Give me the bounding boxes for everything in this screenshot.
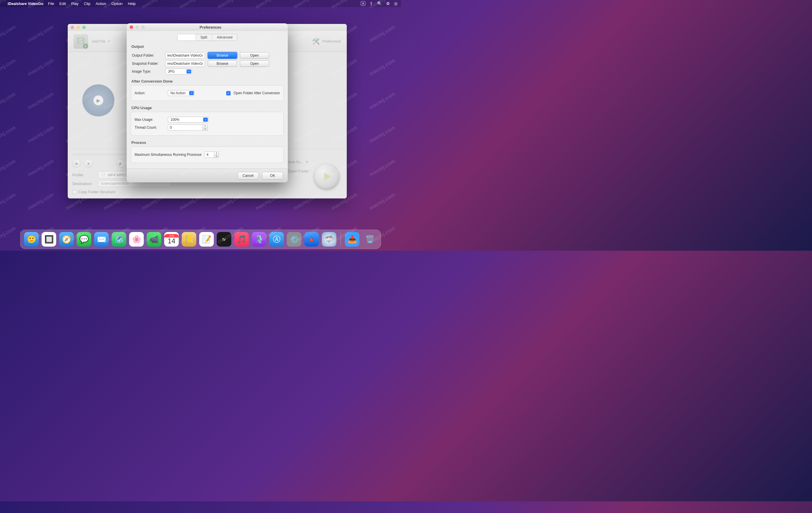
trash-icon[interactable]: 🗑️ — [362, 232, 377, 247]
action-select[interactable]: No Action — [168, 90, 195, 96]
cancel-button[interactable]: Cancel — [238, 172, 259, 179]
watermark: macmj.com — [368, 125, 396, 145]
watermark: macmj.com — [0, 158, 17, 178]
cpu-section: Max Usage: 100% Thread Count: ▲▼ — [131, 112, 284, 136]
podcasts-icon[interactable]: 🎙️ — [252, 232, 266, 247]
preferences-window: Preferences Split Advanced Output Output… — [127, 23, 288, 182]
safari-icon[interactable]: 🧭 — [59, 232, 74, 247]
menu-play[interactable]: Play — [71, 1, 79, 6]
watermark: macmj.com — [0, 24, 17, 44]
max-usage-label: Max Usage: — [135, 118, 165, 122]
watermark: macmj.com — [27, 58, 55, 77]
downloads-icon[interactable]: 📥 — [345, 232, 359, 247]
watermark: macmj.com — [368, 24, 396, 44]
action-value: No Action — [168, 90, 195, 96]
watermark: macmj.com — [368, 58, 396, 77]
prefs-titlebar: Preferences — [127, 23, 288, 31]
maps-icon[interactable]: 🗺️ — [112, 232, 126, 247]
menu-help[interactable]: Help — [128, 1, 136, 6]
dock-separator — [341, 233, 341, 246]
snapshot-folder-field[interactable] — [165, 60, 205, 67]
watermark: macmj.com — [27, 91, 55, 111]
menu-action[interactable]: Action — [96, 1, 106, 6]
image-type-select[interactable]: JPG — [165, 68, 192, 74]
menu-file[interactable]: File — [48, 1, 54, 6]
watermark: macmj.com — [0, 91, 17, 111]
tab-advanced[interactable]: Advanced — [212, 34, 237, 40]
output-folder-label: Output Folder: — [132, 53, 162, 58]
contacts-icon[interactable]: 📒 — [182, 232, 197, 247]
spotlight-icon[interactable]: 🔍 — [377, 1, 382, 6]
ok-button[interactable]: OK — [262, 172, 283, 179]
image-type-value: JPG — [165, 68, 192, 74]
snapshot-open-button[interactable]: Open — [240, 60, 269, 67]
prefs-title: Preferences — [147, 25, 288, 29]
menu-edit[interactable]: Edit — [60, 1, 66, 6]
action-label: Action: — [135, 91, 165, 95]
appstore-icon[interactable]: Ⓐ — [269, 232, 284, 247]
open-folder-after-label: Open Folder After Conversion — [233, 91, 280, 95]
launchpad-icon[interactable]: 🔲 — [42, 232, 56, 247]
music-icon[interactable]: 🎵 — [234, 232, 249, 247]
snapshot-browse-button[interactable]: Browse — [208, 60, 237, 67]
watermark: macmj.com — [368, 91, 396, 111]
output-section: Output Folder: Browse Open Snapshot Fold… — [131, 52, 284, 74]
watermark: macmj.com — [27, 24, 55, 44]
input-source-icon[interactable]: A — [361, 1, 366, 6]
prefs-close-button[interactable] — [129, 25, 133, 29]
mail-icon[interactable]: ✉️ — [94, 232, 109, 247]
watermark: macmj.com — [27, 192, 55, 212]
idealshare-icon[interactable]: 🦈 — [322, 232, 337, 247]
calendar-icon[interactable]: JAN 14 — [164, 232, 179, 247]
facetime-icon[interactable]: 📹 — [147, 232, 162, 247]
output-browse-button[interactable]: Browse — [208, 52, 237, 59]
prefs-minimize-button — [136, 25, 139, 29]
max-proc-stepper-buttons[interactable]: ▲▼ — [214, 151, 219, 158]
tv-icon[interactable]: tv — [217, 232, 231, 247]
thread-stepper-buttons[interactable]: ▲▼ — [203, 124, 207, 131]
prefs-zoom-button — [141, 25, 145, 29]
output-folder-field[interactable] — [165, 52, 205, 59]
max-proc-stepper[interactable]: ▲▼ — [204, 151, 219, 158]
prefs-tabs: Split Advanced — [177, 34, 238, 41]
cpu-section-title: CPU Usage — [131, 103, 284, 112]
app-icon-1[interactable]: 🔺 — [304, 232, 319, 247]
max-usage-select[interactable]: 100% — [168, 117, 209, 123]
thread-count-field[interactable] — [168, 124, 203, 131]
finder-icon[interactable]: 🙂 — [24, 232, 39, 247]
watermark: macmj.com — [0, 58, 17, 77]
watermark: macmj.com — [368, 158, 396, 178]
control-center-icon[interactable]: ⚙ — [386, 1, 390, 6]
siri-icon[interactable]: ◎ — [394, 1, 398, 6]
thread-count-label: Thread Count: — [135, 125, 165, 129]
max-proc-field[interactable] — [204, 151, 214, 158]
reminders-icon[interactable]: 📝 — [199, 232, 214, 247]
thread-count-stepper[interactable]: ▲▼ — [168, 124, 207, 131]
menu-option[interactable]: Option — [112, 1, 123, 6]
prefs-footer: Cancel OK — [127, 169, 288, 182]
watermark: macmj.com — [0, 192, 17, 212]
app-menu[interactable]: iDealshare VideoGo — [8, 1, 44, 6]
display-icon[interactable]: ⇪ — [370, 1, 373, 6]
watermark: macmj.com — [27, 158, 55, 178]
after-section-title: After Conversion Done — [131, 77, 284, 85]
watermark: macmj.com — [368, 192, 396, 212]
photos-icon[interactable]: 🌸 — [129, 232, 144, 247]
tab-split[interactable]: Split — [196, 34, 212, 40]
after-section: Action: No Action ✓ Open Folder After Co… — [131, 85, 284, 101]
messages-icon[interactable]: 💬 — [77, 232, 91, 247]
snapshot-folder-label: Snapshot Folder: — [132, 62, 162, 66]
open-folder-after-checkbox[interactable]: ✓ — [226, 91, 231, 95]
image-type-label: Image Type: — [132, 69, 162, 73]
process-section: Maximum Simultaneous Running Processe ▲▼ — [131, 147, 284, 163]
menu-clip[interactable]: Clip — [84, 1, 90, 6]
max-proc-label: Maximum Simultaneous Running Processe — [135, 153, 201, 157]
watermark: macmj.com — [0, 125, 17, 145]
tab-general[interactable] — [177, 34, 196, 40]
output-open-button[interactable]: Open — [240, 52, 269, 59]
watermark: macmj.com — [27, 125, 55, 145]
settings-icon[interactable]: ⚙️ — [287, 232, 301, 247]
watermark: macmj.com — [0, 225, 17, 245]
process-section-title: Process — [131, 138, 284, 147]
output-section-title: Output — [131, 42, 284, 51]
